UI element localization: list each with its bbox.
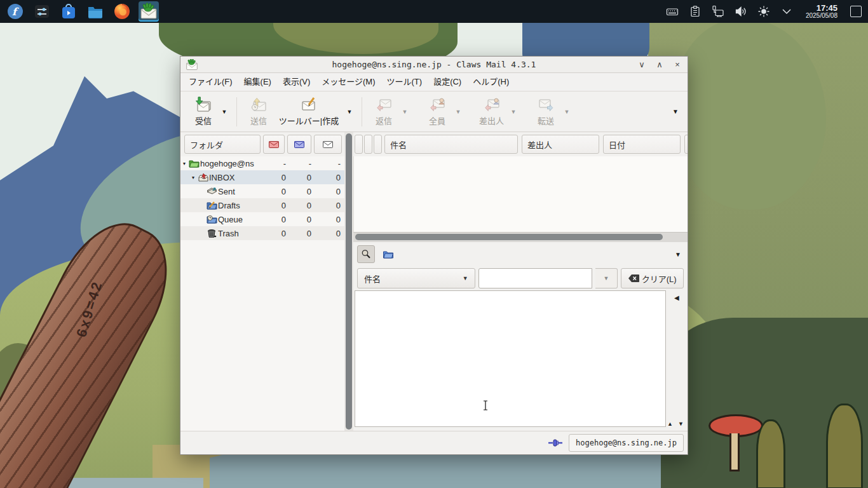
size-column-header-partial[interactable]: サ [684,135,688,154]
menu-message[interactable]: メッセージ(M) [316,73,381,91]
toolbar-overflow-dropdown[interactable]: ▼ [672,108,679,115]
wallpaper-plant [756,419,785,488]
claws-mail-icon [140,3,158,20]
firefox-launcher[interactable] [112,1,132,22]
claws-mail-task-active[interactable] [139,1,159,22]
compose-dropdown[interactable]: ▼ [344,109,355,115]
folder-row-queue[interactable]: Queue 0 0 0 [180,212,344,226]
forward-dropdown[interactable]: ▼ [561,109,573,115]
folder-new-count: 0 [264,229,290,238]
account-folder-icon [188,159,200,168]
messageview-scroll-buttons: ▲ ▼ [667,421,684,427]
folder-total-count: - [315,159,344,168]
folder-row-account[interactable]: ▾ hogehoge@ns - - - [180,156,344,170]
keyboard-icon[interactable] [666,5,679,18]
clear-search-button[interactable]: クリア(L) [621,268,684,288]
menu-help[interactable]: ヘルプ(H) [467,73,515,91]
from-column-header[interactable]: 差出人 [522,135,599,154]
forward-button[interactable]: 転送 [531,95,561,129]
send-button[interactable]: 送信 [243,95,274,129]
message-list-hscrollbar[interactable] [353,232,688,242]
volume-icon[interactable] [735,5,747,18]
toolbar-separator [236,97,237,126]
menu-edit[interactable]: 編集(E) [238,73,277,91]
date-column-header[interactable]: 日付 [603,135,681,154]
receive-dropdown[interactable]: ▼ [219,109,230,115]
firefox-icon [114,3,130,20]
statusbar-right: hogehoge@ns.sing.ne.jp [548,434,684,452]
attachment-column-header[interactable] [374,135,382,154]
reply-sender-button[interactable]: 差出人 [475,95,508,129]
folder-row-drafts[interactable]: Drafts 0 0 0 [180,198,344,212]
scrollbar-thumb[interactable] [346,133,352,430]
status-column-header[interactable] [364,135,372,154]
folder-row-inbox[interactable]: ▾ INBOX 0 0 0 [180,170,344,184]
message-view-row: ◀ ▲ ▼ [353,290,688,431]
subject-column-header[interactable]: 件名 [384,135,518,154]
titlebar[interactable]: hogehoge@ns.sing.ne.jp - Claws Mail 4.3.… [180,57,688,73]
mushroom-stem [729,433,740,471]
total-column-header[interactable] [314,135,342,154]
network-online-icon[interactable] [548,439,562,447]
wallpaper-plant [826,403,863,488]
expander-icon[interactable]: ▾ [189,175,197,180]
taskbar: f [0,0,868,23]
quick-search-toolbar: ▼ [353,242,688,266]
expander-icon[interactable]: ▾ [180,161,188,166]
search-options-dropdown[interactable]: ▼ [675,251,681,258]
menu-view[interactable]: 表示(V) [277,73,316,91]
message-list[interactable] [353,156,688,232]
compose-button[interactable]: ツールバー|作成 [274,95,344,129]
folder-row-sent[interactable]: Sent 0 0 0 [180,184,344,198]
receive-mail-icon [194,97,212,113]
discover-launcher[interactable] [58,1,79,22]
menu-tools[interactable]: ツール(T) [381,73,428,91]
tray-expand-chevron-icon[interactable] [780,5,793,18]
folder-pane-header: フォルダ [180,132,344,156]
panel-clock[interactable]: 17:45 2025/05/08 [803,4,840,19]
search-history-dropdown[interactable]: ▼ [595,268,618,288]
scroll-up-icon[interactable]: ▲ [667,421,673,427]
folder-pane-scrollbar[interactable] [344,132,353,431]
new-mail-icon [269,141,279,148]
scrollbar-thumb[interactable] [355,234,663,240]
scroll-down-icon[interactable]: ▼ [678,421,684,427]
sent-folder-icon [206,187,218,196]
brightness-icon[interactable] [757,5,770,18]
close-button[interactable]: × [672,60,682,70]
menu-configuration[interactable]: 設定(C) [428,73,467,91]
folder-unread-count: 0 [290,215,315,224]
maximize-button[interactable]: ∧ [654,60,665,70]
new-column-header[interactable] [263,135,285,154]
mark-column-header[interactable] [355,135,363,154]
fedora-menu-button[interactable]: f [5,1,25,22]
folder-total-count: 0 [315,173,344,182]
mimeview-collapse-icon[interactable]: ◀ [674,294,679,301]
display-connect-icon[interactable] [712,5,724,18]
search-criteria-combo[interactable]: 件名 ▼ [357,268,475,288]
folder-column-header[interactable]: フォルダ [184,135,261,154]
receive-button[interactable]: 受信 [188,95,219,129]
reply-all-button[interactable]: 全員 [422,95,452,129]
reply-dropdown[interactable]: ▼ [399,109,410,115]
unread-column-header[interactable] [287,135,311,154]
search-folder-icon[interactable] [383,250,394,259]
clipboard-icon[interactable] [689,5,702,18]
menu-file[interactable]: ファイル(F) [183,73,238,91]
minimize-button[interactable]: ∨ [637,60,647,70]
reply-all-dropdown[interactable]: ▼ [452,109,464,115]
show-desktop-button[interactable] [850,6,862,17]
reply-button[interactable]: 返信 [369,95,399,129]
message-view[interactable] [355,290,666,427]
reply-label: 返信 [376,114,392,126]
file-manager-launcher[interactable] [85,1,105,22]
settings-launcher[interactable] [32,1,52,22]
clock-time: 17:45 [806,4,837,13]
account-selector-button[interactable]: hogehoge@ns.sing.ne.jp [569,434,684,452]
folder-new-count: - [264,159,290,168]
search-input[interactable] [478,268,592,288]
folder-row-trash[interactable]: Trash 0 0 0 [180,226,344,240]
quick-search-bar: 件名 ▼ ▼ クリア(L) [353,266,688,290]
reply-sender-dropdown[interactable]: ▼ [508,109,519,115]
quick-search-toggle-button[interactable] [357,245,375,263]
